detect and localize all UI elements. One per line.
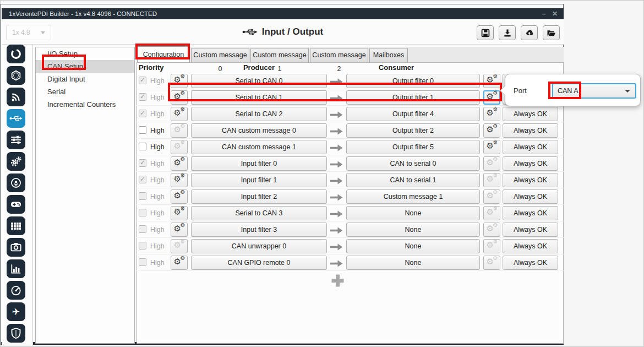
- priority-checkbox[interactable]: [139, 258, 146, 266]
- producer-config-button[interactable]: [171, 156, 188, 171]
- consumer-button[interactable]: None: [346, 239, 480, 253]
- producer-config-button[interactable]: [171, 123, 188, 138]
- producer-config-button[interactable]: [171, 189, 188, 204]
- signal-icon[interactable]: [7, 88, 25, 106]
- version-dropdown[interactable]: 1x 4.8: [6, 25, 51, 40]
- producer-config-button[interactable]: [171, 140, 188, 154]
- priority-checkbox[interactable]: [139, 143, 146, 150]
- producer-button[interactable]: Input filter 3: [191, 223, 327, 237]
- consumer-config-button[interactable]: [483, 156, 500, 171]
- consumer-config-button[interactable]: [483, 173, 500, 187]
- producer-button[interactable]: CAN GPIO remote 0: [191, 256, 327, 270]
- always-ok-button[interactable]: Always OK: [503, 223, 558, 237]
- producer-config-button[interactable]: [171, 107, 188, 121]
- always-ok-button[interactable]: Always OK: [503, 107, 558, 121]
- gauge-icon[interactable]: [7, 281, 25, 300]
- port-dropdown[interactable]: CAN A: [552, 83, 636, 99]
- consumer-button[interactable]: CAN to serial 1: [346, 173, 480, 187]
- priority-checkbox[interactable]: [139, 93, 146, 101]
- consumer-config-button[interactable]: [483, 123, 500, 138]
- always-ok-button[interactable]: Always OK: [503, 256, 558, 270]
- priority-checkbox[interactable]: [139, 192, 146, 200]
- sidebar-item-i-o-setup[interactable]: I/O Setup: [36, 47, 134, 60]
- always-ok-button[interactable]: Always OK: [503, 156, 558, 171]
- always-ok-button[interactable]: Always OK: [503, 239, 558, 253]
- consumer-button[interactable]: Output filter 5: [346, 140, 480, 154]
- grid-icon[interactable]: [7, 216, 25, 235]
- tab-configuration[interactable]: Configuration: [137, 46, 190, 62]
- sidebar-item-digital-input[interactable]: Digital Input: [36, 73, 134, 85]
- producer-config-button[interactable]: [171, 206, 188, 220]
- veronte-logo-icon[interactable]: [7, 45, 25, 63]
- shield-icon[interactable]: [7, 324, 25, 343]
- always-ok-button[interactable]: Always OK: [503, 206, 558, 220]
- producer-config-button[interactable]: [171, 90, 188, 105]
- producer-config-button[interactable]: [171, 223, 188, 237]
- priority-checkbox[interactable]: [139, 126, 146, 134]
- producer-button[interactable]: Serial to CAN 0: [191, 74, 327, 88]
- hexagon-mesh-icon[interactable]: [7, 66, 25, 85]
- producer-button[interactable]: Serial to CAN 1: [191, 90, 327, 105]
- producer-config-button[interactable]: [171, 239, 188, 253]
- consumer-button[interactable]: None: [346, 206, 480, 220]
- producer-button[interactable]: CAN custom message 0: [191, 123, 327, 138]
- producer-button[interactable]: Input filter 1: [191, 173, 327, 187]
- airplane-icon[interactable]: ✈: [7, 302, 25, 321]
- priority-checkbox[interactable]: [139, 209, 146, 216]
- sidebar-item-can-setup[interactable]: CAN Setup: [36, 60, 134, 73]
- always-ok-button[interactable]: Always OK: [503, 173, 558, 187]
- consumer-config-button[interactable]: [483, 223, 500, 237]
- consumer-button[interactable]: None: [346, 223, 480, 237]
- minimize-button[interactable]: –: [539, 8, 548, 19]
- consumer-config-button[interactable]: [483, 189, 500, 204]
- priority-checkbox[interactable]: [139, 225, 146, 233]
- gears-icon[interactable]: [7, 152, 25, 171]
- always-ok-button[interactable]: Always OK: [503, 123, 558, 138]
- producer-button[interactable]: Serial to CAN 3: [191, 206, 327, 220]
- consumer-config-button[interactable]: [483, 239, 500, 253]
- producer-config-button[interactable]: [171, 74, 188, 88]
- cloud-download-button[interactable]: [521, 25, 538, 40]
- consumer-button[interactable]: Custom message 1: [346, 189, 480, 204]
- tab-custom-message-1[interactable]: Custom message 1: [250, 48, 309, 62]
- priority-checkbox[interactable]: [139, 159, 146, 167]
- tab-custom-message-2[interactable]: Custom message 2: [310, 48, 368, 62]
- consumer-button[interactable]: Output filter 0: [346, 74, 480, 88]
- producer-config-button[interactable]: [171, 256, 188, 270]
- producer-button[interactable]: CAN custom message 1: [191, 140, 327, 154]
- priority-checkbox[interactable]: [139, 242, 146, 250]
- sliders-icon[interactable]: [7, 131, 25, 149]
- import-button[interactable]: [499, 25, 516, 40]
- sidebar-item-serial[interactable]: Serial: [36, 85, 134, 98]
- gamepad-icon[interactable]: [7, 195, 25, 214]
- consumer-button[interactable]: CAN to serial 0: [346, 156, 480, 171]
- producer-button[interactable]: Input filter 2: [191, 189, 327, 204]
- consumer-config-button[interactable]: [483, 206, 500, 220]
- always-ok-button[interactable]: Always OK: [503, 140, 558, 154]
- tab-custom-message-0[interactable]: Custom message 0: [191, 48, 249, 62]
- save-button[interactable]: [477, 25, 494, 40]
- consumer-button[interactable]: None: [346, 256, 480, 270]
- consumer-config-button[interactable]: [483, 140, 500, 154]
- consumer-config-button[interactable]: [483, 256, 500, 270]
- consumer-config-button[interactable]: [483, 90, 500, 105]
- priority-checkbox[interactable]: [139, 176, 146, 183]
- consumer-config-button[interactable]: [483, 107, 500, 121]
- producer-button[interactable]: Input filter 0: [191, 156, 327, 171]
- bar-chart-icon[interactable]: [7, 259, 25, 278]
- producer-config-button[interactable]: [171, 173, 188, 187]
- producer-button[interactable]: CAN unwrapper 0: [191, 239, 327, 253]
- open-folder-button[interactable]: [543, 25, 560, 40]
- close-button[interactable]: ✕: [550, 8, 559, 19]
- sidebar-item-incremental-counters[interactable]: Incremental Counters: [36, 98, 134, 111]
- consumer-config-button[interactable]: [483, 74, 500, 88]
- tab-mailboxes[interactable]: Mailboxes: [369, 48, 408, 62]
- priority-checkbox[interactable]: [139, 110, 146, 117]
- consumer-button[interactable]: Output filter 4: [346, 107, 480, 121]
- always-ok-button[interactable]: Always OK: [503, 189, 558, 204]
- add-row-button[interactable]: [330, 273, 345, 288]
- usb-icon[interactable]: [7, 109, 25, 128]
- podcast-icon[interactable]: [7, 174, 25, 192]
- consumer-button[interactable]: Output filter 2: [346, 123, 480, 138]
- camera-icon[interactable]: [7, 238, 25, 257]
